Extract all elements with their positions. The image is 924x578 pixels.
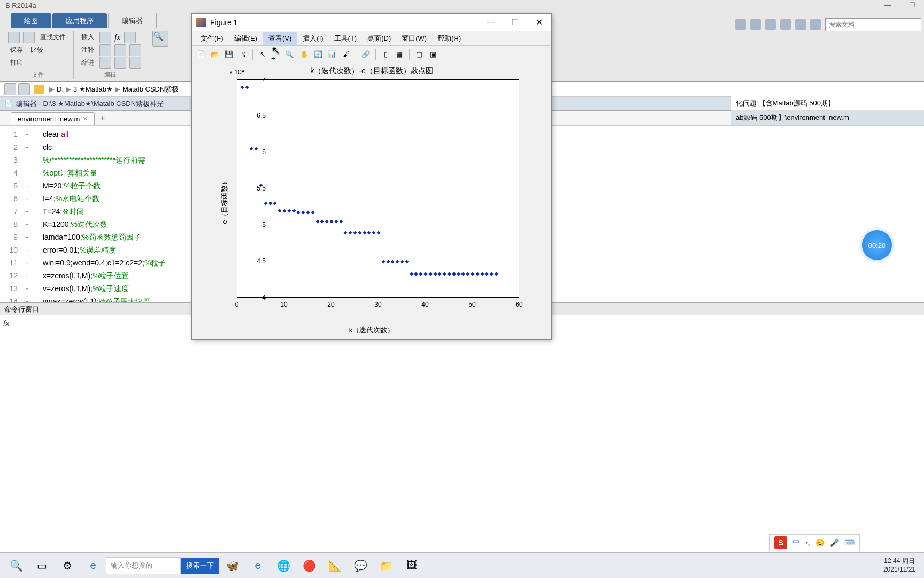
pointer-icon[interactable]: ↖ xyxy=(257,49,268,60)
zoomout-icon[interactable]: 🔍- xyxy=(284,49,296,60)
figure-titlebar[interactable]: Figure 1 — ☐ ✕ xyxy=(192,14,551,31)
indent-button[interactable]: 缩进 xyxy=(79,57,96,69)
print-button[interactable]: 打印 xyxy=(8,57,25,69)
save-icon[interactable] xyxy=(23,32,35,43)
compare-button[interactable]: 比较 xyxy=(28,44,45,56)
taskbar-search-button[interactable]: 搜索一下 xyxy=(181,558,219,574)
datacursor-icon[interactable]: 📊 xyxy=(326,49,338,60)
figure-window: Figure 1 — ☐ ✕ 文件(F)编辑(E)查看(V)插入(I)工具(T)… xyxy=(191,13,552,340)
sogou-icon[interactable]: S xyxy=(774,536,787,549)
start-icon[interactable]: 🔍 xyxy=(5,555,27,576)
save-button[interactable]: 保存 xyxy=(8,44,25,56)
open-icon[interactable]: 📂 xyxy=(209,49,221,60)
cmt1-icon[interactable] xyxy=(99,44,111,56)
taskbar-clock[interactable]: 12:44 周日 2021/11/21 xyxy=(883,557,921,574)
ime-kbd-icon[interactable]: ⌨ xyxy=(844,538,855,547)
insert-button[interactable]: 插入 xyxy=(79,32,96,43)
app3-icon[interactable]: 💬 xyxy=(350,555,371,576)
new-icon[interactable] xyxy=(8,32,20,43)
data-point xyxy=(414,272,418,276)
colorbar-icon[interactable]: ▯ xyxy=(380,49,391,60)
ime-mic-icon[interactable]: 🎤 xyxy=(830,538,839,547)
brush-icon[interactable]: 🖌 xyxy=(340,49,352,60)
fwd-icon[interactable] xyxy=(18,83,30,95)
fig-menu-0[interactable]: 文件(F) xyxy=(195,32,229,45)
add-tab-button[interactable]: + xyxy=(95,111,110,125)
fig-menu-2[interactable]: 查看(V) xyxy=(263,32,297,45)
ime-emoji-icon[interactable]: 😊 xyxy=(815,538,825,547)
ribbon-quickaccess xyxy=(735,15,921,34)
data-point xyxy=(349,231,352,234)
matlab-task-icon[interactable]: 📐 xyxy=(324,555,345,576)
taskview-icon[interactable]: ▭ xyxy=(31,555,52,576)
qat-icon-3[interactable] xyxy=(765,19,776,30)
plot-area[interactable]: k（迭代次数）-e（目标函数）散点图 x 10⁴ e（目标函数） k（迭代次数）… xyxy=(192,63,551,339)
fig-minimize-icon[interactable]: — xyxy=(483,17,499,27)
fig-menu-3[interactable]: 插入(I) xyxy=(297,32,328,45)
taskbar-search[interactable]: 输入你想搜的 xyxy=(106,557,181,574)
zoom-icon[interactable]: 🔍 xyxy=(152,31,168,47)
cmt3-icon[interactable] xyxy=(129,44,141,56)
zoomin-icon[interactable]: 🔍+ xyxy=(271,49,282,60)
close-tab-icon[interactable]: ✕ xyxy=(83,116,88,123)
fig-menu-6[interactable]: 窗口(W) xyxy=(396,32,432,45)
search-input[interactable] xyxy=(825,18,921,31)
section-icon[interactable] xyxy=(99,32,111,43)
editor-tab-active[interactable]: environment_new.m ✕ xyxy=(11,112,95,125)
findfiles-button[interactable]: 查找文件 xyxy=(38,32,68,43)
ind1-icon[interactable] xyxy=(99,57,111,69)
bc-part-2[interactable]: Matalb CSDN紫极 xyxy=(122,85,179,94)
tab-apps[interactable]: 应用程序 xyxy=(52,13,107,28)
link-icon[interactable]: 🔗 xyxy=(360,49,372,60)
ime-punct-icon[interactable]: •, xyxy=(805,538,810,547)
minimize-icon[interactable]: — xyxy=(881,1,895,9)
data-point xyxy=(424,272,427,276)
maximize-icon[interactable]: ☐ xyxy=(905,1,919,9)
right-row-1[interactable]: 化问题 【含Matlab源码 500期】 xyxy=(732,96,924,111)
dock-icon[interactable]: ▢ xyxy=(413,49,425,60)
fig-maximize-icon[interactable]: ☐ xyxy=(507,17,523,27)
rotate-icon[interactable]: 🔄 xyxy=(312,49,324,60)
data-point xyxy=(396,260,399,263)
help-icon[interactable] xyxy=(810,19,821,30)
fig-close-icon[interactable]: ✕ xyxy=(531,17,547,27)
ime-lang[interactable]: 中 xyxy=(792,538,800,547)
tab-editor[interactable]: 编辑器 xyxy=(108,13,157,28)
cmt2-icon[interactable] xyxy=(114,44,126,56)
legend-icon[interactable]: ▦ xyxy=(394,49,405,60)
photos-icon[interactable]: 🖼 xyxy=(401,555,422,576)
back-icon[interactable] xyxy=(4,83,16,95)
edge-icon[interactable]: 🌐 xyxy=(273,555,294,576)
fig-menu-5[interactable]: 桌面(D) xyxy=(362,32,396,45)
fig-menu-4[interactable]: 工具(T) xyxy=(329,32,363,45)
bc-part-1[interactable]: 3 ★Matlab★ xyxy=(73,85,113,93)
right-row-2[interactable]: ab源码 500期】\environment_new.m xyxy=(732,111,924,125)
bookmark-icon[interactable] xyxy=(124,32,136,43)
fig-menu-7[interactable]: 帮助(H) xyxy=(432,32,466,45)
plot-axes[interactable] xyxy=(237,79,519,298)
data-point xyxy=(410,272,413,276)
new-fig-icon[interactable]: 📄 xyxy=(195,49,207,60)
qat-icon-4[interactable] xyxy=(780,19,791,30)
qat-icon-5[interactable] xyxy=(795,19,806,30)
ind2-icon[interactable] xyxy=(114,57,126,69)
bc-part-0[interactable]: D: xyxy=(57,85,64,93)
fig-menu-1[interactable]: 编辑(E) xyxy=(229,32,263,45)
ie-icon[interactable]: e xyxy=(82,555,104,576)
app2-icon[interactable]: e xyxy=(247,555,268,576)
ime-toolbar[interactable]: S 中 •, 😊 🎤 ⌨ xyxy=(769,534,860,551)
obs-icon[interactable]: ⚙ xyxy=(57,555,78,576)
app1-icon[interactable]: 🦋 xyxy=(221,555,243,576)
comment-button[interactable]: 注释 xyxy=(79,44,96,56)
qat-icon-1[interactable] xyxy=(735,19,746,30)
qat-icon-2[interactable] xyxy=(750,19,761,30)
chrome-icon[interactable]: 🔴 xyxy=(298,555,320,576)
print-fig-icon[interactable]: 🖨 xyxy=(237,49,249,60)
ind3-icon[interactable] xyxy=(129,57,141,69)
explorer-icon[interactable]: 📁 xyxy=(375,555,397,576)
save-fig-icon[interactable]: 💾 xyxy=(223,49,235,60)
pan-icon[interactable]: ✋ xyxy=(298,49,310,60)
undock-icon[interactable]: ▣ xyxy=(427,49,439,60)
tab-plot[interactable]: 绘图 xyxy=(11,13,51,28)
timer-badge[interactable]: 00:20 xyxy=(862,230,892,260)
